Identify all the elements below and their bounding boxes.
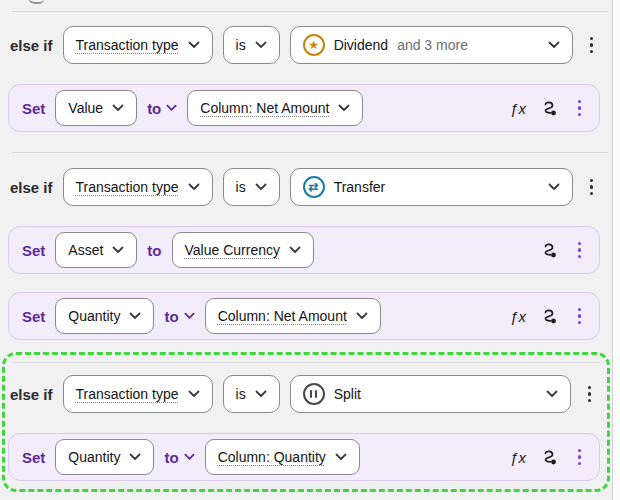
section-divider — [12, 152, 608, 153]
chevron-down-icon — [112, 104, 124, 112]
value-dropdown-label: Transfer — [334, 179, 386, 195]
source-dropdown[interactable]: Column: Quantity — [205, 439, 360, 475]
transfer-icon: ⇄ — [303, 176, 325, 198]
value-dropdown[interactable]: ★ Dividend and 3 more — [290, 26, 573, 64]
target-dropdown[interactable]: Asset — [55, 232, 137, 268]
star-icon: ★ — [303, 34, 325, 56]
source-dropdown-label: Column: Net Amount — [218, 308, 347, 324]
field-dropdown[interactable]: Transaction type — [63, 26, 213, 64]
row-menu-button[interactable] — [585, 33, 599, 58]
row-menu-button[interactable] — [585, 175, 599, 200]
condition-keyword: else if — [10, 179, 53, 196]
source-dropdown[interactable]: Column: Net Amount — [205, 298, 381, 334]
flow-connector-icon[interactable] — [539, 307, 561, 325]
to-connector[interactable]: to — [164, 449, 194, 466]
row-menu-button[interactable] — [573, 304, 587, 329]
chevron-down-icon — [129, 312, 141, 320]
operator-dropdown-label: is — [236, 37, 246, 53]
field-dropdown[interactable]: Transaction type — [63, 375, 213, 413]
chevron-down-icon — [188, 183, 200, 191]
chevron-down-icon — [289, 246, 301, 254]
source-dropdown-label: Column: Net Amount — [200, 100, 329, 116]
chevron-down-icon — [255, 41, 267, 49]
to-connector: to — [147, 242, 161, 259]
condition-keyword: else if — [10, 37, 53, 54]
source-dropdown-label: Column: Quantity — [218, 449, 326, 465]
set-keyword: Set — [22, 100, 45, 117]
chevron-down-icon — [112, 246, 124, 254]
to-connector[interactable]: to — [147, 100, 177, 117]
action-row-set-quantity-split: Set Quantity to Column: Quantity ƒx — [8, 433, 600, 481]
section-divider — [12, 362, 600, 363]
action-row-set-value: Set Value to Column: Net Amount ƒx — [8, 84, 600, 132]
action-row-set-asset: Set Asset to Value Currency — [8, 226, 600, 274]
source-dropdown[interactable]: Column: Net Amount — [187, 90, 363, 126]
flow-connector-icon[interactable] — [539, 99, 561, 117]
target-dropdown-label: Quantity — [68, 308, 120, 324]
value-dropdown-label: Dividend — [334, 37, 388, 53]
chevron-down-icon — [548, 183, 560, 191]
chevron-down-icon — [548, 41, 560, 49]
target-dropdown[interactable]: Quantity — [55, 298, 154, 334]
condition-row-dividend: else if Transaction type is ★ Dividend a… — [10, 26, 598, 64]
chevron-down-icon — [546, 390, 558, 398]
selected-rule-group: else if Transaction type is Split Set Qu… — [2, 352, 610, 492]
chevron-down-icon — [338, 104, 350, 112]
set-keyword: Set — [22, 242, 45, 259]
chevron-down-icon — [255, 183, 267, 191]
value-more-count: and 3 more — [397, 37, 468, 53]
row-menu-button[interactable] — [573, 96, 587, 121]
target-dropdown-label: Asset — [68, 242, 103, 258]
value-dropdown[interactable]: Split — [290, 375, 571, 413]
chevron-down-icon — [188, 41, 200, 49]
chevron-down-icon — [184, 453, 195, 461]
section-divider — [12, 11, 608, 12]
operator-dropdown[interactable]: is — [223, 168, 280, 206]
chevron-down-icon — [356, 312, 368, 320]
rule-builder-panel: else if Transaction type is ★ Dividend a… — [0, 0, 620, 500]
set-keyword: Set — [22, 449, 45, 466]
field-dropdown-label: Transaction type — [76, 179, 179, 195]
formula-icon[interactable]: ƒx — [508, 100, 529, 117]
chevron-down-icon — [335, 453, 347, 461]
panel-right-border — [612, 0, 613, 500]
chevron-down-icon — [184, 312, 195, 320]
operator-dropdown-label: is — [236, 179, 246, 195]
value-dropdown[interactable]: ⇄ Transfer — [290, 168, 573, 206]
set-keyword: Set — [22, 308, 45, 325]
chevron-down-icon — [188, 390, 200, 398]
formula-icon[interactable]: ƒx — [508, 308, 529, 325]
formula-icon[interactable]: ƒx — [508, 449, 529, 466]
chevron-down-icon — [166, 104, 177, 112]
source-dropdown-label: Value Currency — [185, 242, 280, 258]
value-dropdown-label: Split — [334, 386, 361, 402]
condition-row-transfer: else if Transaction type is ⇄ Transfer — [10, 168, 598, 206]
field-dropdown[interactable]: Transaction type — [63, 168, 213, 206]
target-dropdown[interactable]: Value — [55, 90, 137, 126]
clipped-row-edge — [28, 0, 44, 4]
action-row-set-quantity: Set Quantity to Column: Net Amount ƒx — [8, 292, 600, 340]
to-connector[interactable]: to — [164, 308, 194, 325]
row-menu-button[interactable] — [573, 238, 587, 263]
field-dropdown-label: Transaction type — [76, 386, 179, 402]
field-dropdown-label: Transaction type — [76, 37, 179, 53]
panel-right-margin — [613, 0, 620, 500]
condition-row-split: else if Transaction type is Split — [10, 375, 596, 413]
target-dropdown[interactable]: Quantity — [55, 439, 154, 475]
operator-dropdown-label: is — [236, 386, 246, 402]
flow-connector-icon[interactable] — [539, 241, 561, 259]
chevron-down-icon — [255, 390, 267, 398]
chevron-down-icon — [129, 453, 141, 461]
flow-connector-icon[interactable] — [539, 448, 561, 466]
target-dropdown-label: Quantity — [68, 449, 120, 465]
operator-dropdown[interactable]: is — [223, 26, 280, 64]
condition-keyword: else if — [10, 386, 53, 403]
pause-icon — [303, 383, 325, 405]
operator-dropdown[interactable]: is — [223, 375, 280, 413]
target-dropdown-label: Value — [68, 100, 103, 116]
source-dropdown[interactable]: Value Currency — [172, 232, 314, 268]
row-menu-button[interactable] — [573, 445, 587, 470]
row-menu-button[interactable] — [583, 382, 597, 407]
